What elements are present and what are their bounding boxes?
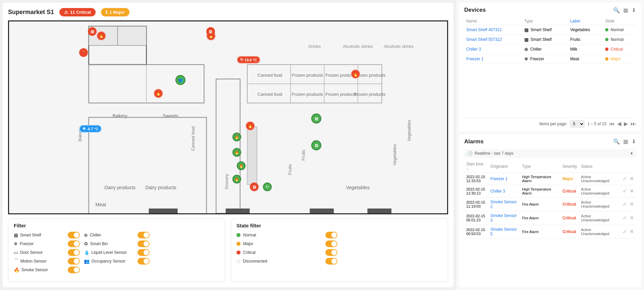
alarm-clear-btn[interactable]: ✕	[630, 175, 634, 182]
alarm-status: Active Unacknowledged	[579, 211, 621, 225]
toggle-motion-sensor[interactable]	[68, 258, 80, 265]
page-last-btn[interactable]: ⏭	[631, 121, 636, 127]
svg-text:Frozen products: Frozen products	[325, 92, 357, 97]
toggle-freezer[interactable]	[68, 240, 80, 247]
device-type-icon: ▦	[524, 27, 529, 32]
map-device-shelf-1[interactable]: ▦	[311, 114, 321, 124]
download-icon[interactable]: ⬇	[632, 7, 636, 13]
alarm-type: High Temperature Alarm	[520, 172, 560, 185]
map-device-motion-1[interactable]: ⌒	[79, 48, 88, 57]
alarms-download-icon[interactable]: ⬇	[632, 138, 636, 145]
columns-icon[interactable]: ▦	[623, 7, 628, 13]
alarm-actions-cell: ✓ ✕	[621, 172, 636, 185]
devices-header: Devices 🔍 ▦ ⬇	[464, 7, 636, 13]
svg-text:Dairy products: Dairy products	[145, 185, 176, 190]
alarm-type: Fire Alarm	[520, 225, 560, 238]
toggle-occupancy-sensor[interactable]	[138, 258, 150, 265]
search-icon[interactable]: 🔍	[613, 7, 620, 13]
map-device-fire-3[interactable]: 🔥	[154, 89, 163, 98]
map-device-fire-1[interactable]: 🔥	[97, 31, 106, 41]
alarm-start-time: 2022-02-1512:33:53	[464, 172, 488, 185]
table-row: 2022-02-1505:01:23 Smoke Sensor 3 Fire A…	[464, 211, 636, 225]
originator-link[interactable]: Smoke Sensor 5	[490, 227, 517, 236]
state-item-major: Major	[236, 240, 337, 247]
smoke-icon: 🔥	[14, 267, 19, 273]
toggle-door-sensor[interactable]	[68, 249, 80, 256]
device-type-icon: ⊕	[524, 47, 528, 52]
device-label-cell: Fruits	[568, 35, 603, 45]
alarm-acknowledge-btn[interactable]: ✓	[623, 201, 627, 207]
critical-badge[interactable]: ⚠ 11 Critical	[59, 8, 96, 16]
toggle-smoke-sensor[interactable]	[68, 267, 80, 273]
devices-table: Name Type Label State Smart Shelf 457321…	[464, 17, 636, 64]
alarms-table: Start time ↓ Originator Type Severity St…	[464, 160, 636, 239]
page-prev-btn[interactable]: ◀	[617, 121, 621, 127]
state-label: Major	[610, 57, 621, 61]
alarm-acknowledge-btn[interactable]: ✓	[623, 215, 627, 221]
alarm-clear-btn[interactable]: ✕	[630, 228, 634, 235]
alarm-acknowledge-btn[interactable]: ✓	[623, 188, 627, 194]
device-type-icon: ❄	[524, 56, 528, 62]
alarms-columns-icon[interactable]: ▦	[623, 138, 628, 145]
col-label: Label	[568, 17, 603, 25]
major-badge[interactable]: ℹ 1 Major	[101, 8, 129, 16]
alarm-clear-btn[interactable]: ✕	[630, 215, 634, 221]
toggle-state-major[interactable]	[325, 240, 337, 247]
device-name-link[interactable]: Smart Shelf 557322	[466, 37, 502, 42]
svg-text:Fruits: Fruits	[301, 150, 306, 160]
map-device-fire-4[interactable]: 🔥	[246, 121, 255, 131]
toggle-chiller[interactable]	[138, 232, 150, 238]
alarms-search-icon[interactable]: 🔍	[613, 138, 620, 145]
page-first-btn[interactable]: ⏮	[609, 121, 614, 127]
device-name-link[interactable]: Freezer 1	[466, 57, 483, 61]
filter-item-liquid-level: 💧 Liquid Level Sensor	[84, 249, 150, 256]
state-indicator	[605, 38, 608, 41]
map-device-temp-hot[interactable]: ↻ 19.6 °C	[237, 56, 260, 64]
alarm-start-time: 2022-02-1512:30:13	[464, 185, 488, 197]
device-type-cell: ⊕ Chiller	[522, 45, 568, 54]
items-per-page-select[interactable]: 5 10 25	[570, 120, 585, 128]
toggle-state-disconnected[interactable]	[325, 258, 337, 265]
table-row: Chiller 3 ⊕ Chiller Milk Critical	[464, 45, 636, 54]
toggle-liquid-level[interactable]	[138, 249, 150, 256]
shelf-icon: ▦	[14, 232, 18, 238]
device-label-cell: Meat	[568, 54, 603, 64]
alarm-originator: Smoke Sensor 5	[488, 225, 520, 238]
alarm-clear-btn[interactable]: ✕	[630, 188, 634, 194]
originator-link[interactable]: Freezer 1	[490, 176, 507, 181]
device-name-link[interactable]: Smart Shelf 457321	[466, 27, 502, 32]
originator-link[interactable]: Smoke Sensor 2	[490, 200, 517, 209]
toggle-smart-bin[interactable]	[138, 240, 150, 247]
svg-text:Drinks: Drinks	[309, 44, 321, 49]
devices-table-wrapper: Name Type Label State Smart Shelf 457321…	[464, 17, 636, 115]
alarm-acknowledge-btn[interactable]: ✓	[623, 228, 627, 235]
alarms-table-wrapper: Start time ↓ Originator Type Severity St…	[464, 160, 636, 283]
alarm-originator: Chiller 3	[488, 185, 520, 197]
svg-text:Canned food: Canned food	[258, 73, 282, 78]
alarms-filter-row[interactable]: 🕐 Realtime - last 7 days ▾	[464, 149, 636, 158]
map-device-temp-cold[interactable]: ❄ -6.7 °C	[79, 125, 102, 133]
floor-plan[interactable]: Bakery Sweets Bakery Canned food Dairy p…	[8, 20, 448, 214]
device-name-cell: Smart Shelf 457321	[464, 25, 522, 35]
map-device-fire-5[interactable]: 🔥	[351, 69, 360, 79]
filter-item-occupancy-sensor: 👥 Occupancy Sensor	[84, 258, 150, 265]
dot-major	[236, 242, 240, 246]
toggle-state-critical[interactable]	[325, 249, 337, 256]
filter-item-smart-bin: ♻ Smart Bin	[84, 240, 150, 247]
alarms-filter-label: Realtime - last 7 days	[475, 151, 513, 156]
alarm-acknowledge-btn[interactable]: ✓	[623, 175, 627, 182]
toggle-smart-shelf[interactable]	[68, 232, 80, 238]
alarm-clear-btn[interactable]: ✕	[630, 201, 634, 207]
col-type: Type	[522, 17, 568, 25]
state-indicator	[605, 48, 608, 51]
page-next-btn[interactable]: ▶	[624, 121, 628, 127]
svg-text:Frozen products: Frozen products	[292, 92, 323, 97]
device-name-link[interactable]: Chiller 3	[466, 47, 481, 52]
map-device-door-2[interactable]: ▦	[206, 27, 215, 36]
device-type-label: Chiller	[530, 47, 542, 52]
toggle-state-normal[interactable]	[325, 232, 337, 238]
originator-link[interactable]: Smoke Sensor 3	[490, 213, 517, 223]
svg-rect-36	[247, 127, 257, 185]
svg-rect-2	[118, 26, 147, 45]
originator-link[interactable]: Chiller 3	[490, 189, 505, 194]
